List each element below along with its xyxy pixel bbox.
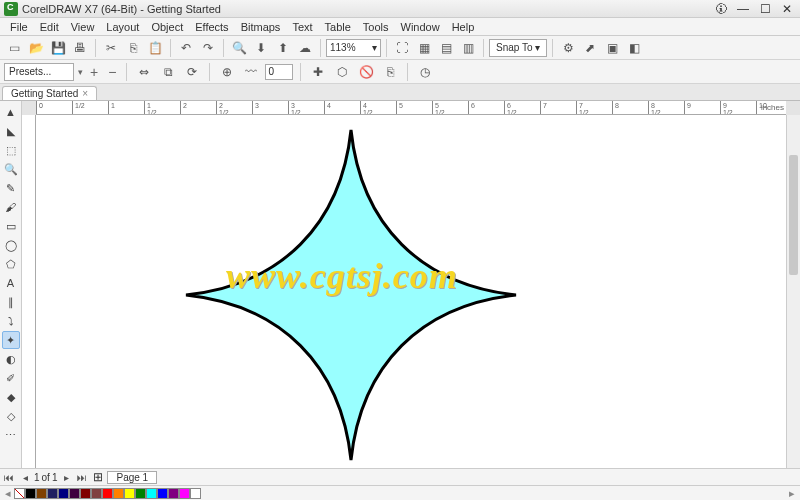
- menu-bitmaps[interactable]: Bitmaps: [235, 21, 287, 33]
- paste-button[interactable]: 📋: [145, 38, 165, 58]
- remove-preset-button[interactable]: −: [105, 64, 119, 80]
- transparency-tool[interactable]: ◐: [2, 350, 20, 368]
- center-button[interactable]: ⊕: [217, 62, 237, 82]
- palette-scroll-right[interactable]: ▸: [786, 487, 798, 500]
- guides-button[interactable]: ▥: [458, 38, 478, 58]
- search-button[interactable]: 🔍: [229, 38, 249, 58]
- color-swatch[interactable]: [146, 488, 157, 499]
- color-swatch[interactable]: [69, 488, 80, 499]
- ruler-vertical[interactable]: [22, 115, 36, 468]
- menu-object[interactable]: Object: [145, 21, 189, 33]
- menu-tools[interactable]: Tools: [357, 21, 395, 33]
- menu-effects[interactable]: Effects: [189, 21, 234, 33]
- fullscreen-button[interactable]: ⛶: [392, 38, 412, 58]
- more-button[interactable]: ◷: [415, 62, 435, 82]
- undo-button[interactable]: ↶: [176, 38, 196, 58]
- fill-tool[interactable]: ◆: [2, 388, 20, 406]
- outline-tool[interactable]: ◇: [2, 407, 20, 425]
- page-tab[interactable]: Page 1: [107, 471, 157, 484]
- page-first-button[interactable]: ⏮: [2, 472, 16, 483]
- menu-layout[interactable]: Layout: [100, 21, 145, 33]
- parallel-tool[interactable]: ∥: [2, 293, 20, 311]
- color-swatch[interactable]: [91, 488, 102, 499]
- close-button[interactable]: ✕: [778, 2, 796, 16]
- minimize-button[interactable]: —: [734, 2, 752, 16]
- welcome-button[interactable]: ▣: [602, 38, 622, 58]
- color-swatch[interactable]: [113, 488, 124, 499]
- amplitude-field[interactable]: 0: [265, 64, 293, 80]
- shape-tool[interactable]: ◣: [2, 122, 20, 140]
- palette-scroll-left[interactable]: ◂: [2, 487, 14, 500]
- crop-tool[interactable]: ⬚: [2, 141, 20, 159]
- document-tab[interactable]: Getting Started ×: [2, 86, 97, 100]
- menu-view[interactable]: View: [65, 21, 101, 33]
- page-next-button[interactable]: ▸: [59, 472, 73, 483]
- rulers-button[interactable]: ▦: [414, 38, 434, 58]
- copy-props-button[interactable]: ⎘: [380, 62, 400, 82]
- color-swatch[interactable]: [124, 488, 135, 499]
- preset-combo[interactable]: Presets...: [4, 63, 74, 81]
- app-button[interactable]: ◧: [624, 38, 644, 58]
- scrollbar-vertical[interactable]: [786, 115, 800, 468]
- menu-edit[interactable]: Edit: [34, 21, 65, 33]
- color-swatch[interactable]: [25, 488, 36, 499]
- menu-table[interactable]: Table: [319, 21, 357, 33]
- launch-button[interactable]: ⬈: [580, 38, 600, 58]
- menu-help[interactable]: Help: [446, 21, 481, 33]
- copy-button[interactable]: ⎘: [123, 38, 143, 58]
- page-prev-button[interactable]: ◂: [18, 472, 32, 483]
- new-button[interactable]: ▭: [4, 38, 24, 58]
- maximize-button[interactable]: ☐: [756, 2, 774, 16]
- grid-button[interactable]: ▤: [436, 38, 456, 58]
- rectangle-tool[interactable]: ▭: [2, 217, 20, 235]
- color-swatch[interactable]: [47, 488, 58, 499]
- color-swatch[interactable]: [58, 488, 69, 499]
- ellipse-tool[interactable]: ◯: [2, 236, 20, 254]
- zoom-tool[interactable]: 🔍: [2, 160, 20, 178]
- color-swatch[interactable]: [80, 488, 91, 499]
- chevron-down-icon[interactable]: ▾: [78, 67, 83, 77]
- color-swatch[interactable]: [135, 488, 146, 499]
- pick-tool[interactable]: ▲: [2, 103, 20, 121]
- color-swatch[interactable]: [179, 488, 190, 499]
- add-node-button[interactable]: ✚: [308, 62, 328, 82]
- snap-combo[interactable]: Snap To ▾: [489, 39, 547, 57]
- help-icon[interactable]: 🛈: [712, 2, 730, 16]
- clear-button[interactable]: 🚫: [356, 62, 376, 82]
- freehand-tool[interactable]: ✎: [2, 179, 20, 197]
- menu-file[interactable]: File: [4, 21, 34, 33]
- options-button[interactable]: ⚙: [558, 38, 578, 58]
- cut-button[interactable]: ✂: [101, 38, 121, 58]
- color-swatch[interactable]: [102, 488, 113, 499]
- no-fill-swatch[interactable]: [14, 488, 25, 499]
- save-button[interactable]: 💾: [48, 38, 68, 58]
- redo-button[interactable]: ↷: [198, 38, 218, 58]
- color-swatch[interactable]: [36, 488, 47, 499]
- effects-tool[interactable]: ✦: [2, 331, 20, 349]
- artistic-tool[interactable]: 🖌: [2, 198, 20, 216]
- twister-button[interactable]: ⟳: [182, 62, 202, 82]
- add-preset-button[interactable]: +: [87, 64, 101, 80]
- zoom-combo[interactable]: 113%▾: [326, 39, 381, 57]
- connector-tool[interactable]: ⤵: [2, 312, 20, 330]
- text-tool[interactable]: A: [2, 274, 20, 292]
- add-page-button[interactable]: ⊞: [91, 470, 105, 484]
- open-button[interactable]: 📂: [26, 38, 46, 58]
- menu-window[interactable]: Window: [395, 21, 446, 33]
- scroll-thumb[interactable]: [789, 155, 798, 275]
- pushpull-button[interactable]: ⇔: [134, 62, 154, 82]
- export-button[interactable]: ⬆: [273, 38, 293, 58]
- publish-button[interactable]: ☁: [295, 38, 315, 58]
- page-last-button[interactable]: ⏭: [75, 472, 89, 483]
- zipper-button[interactable]: ⧉: [158, 62, 178, 82]
- ruler-horizontal[interactable]: 0 1/2 1 1 1/2 2 2 1/2 3 3 1/2 4 4 1/2 5 …: [36, 101, 786, 115]
- eyedropper-tool[interactable]: ✐: [2, 369, 20, 387]
- color-swatch[interactable]: [168, 488, 179, 499]
- extra-tool[interactable]: ⋯: [2, 426, 20, 444]
- canvas[interactable]: www.cgtsj.com: [36, 115, 786, 468]
- import-button[interactable]: ⬇: [251, 38, 271, 58]
- polygon-tool[interactable]: ⬠: [2, 255, 20, 273]
- menu-text[interactable]: Text: [286, 21, 318, 33]
- print-button[interactable]: 🖶: [70, 38, 90, 58]
- color-swatch[interactable]: [190, 488, 201, 499]
